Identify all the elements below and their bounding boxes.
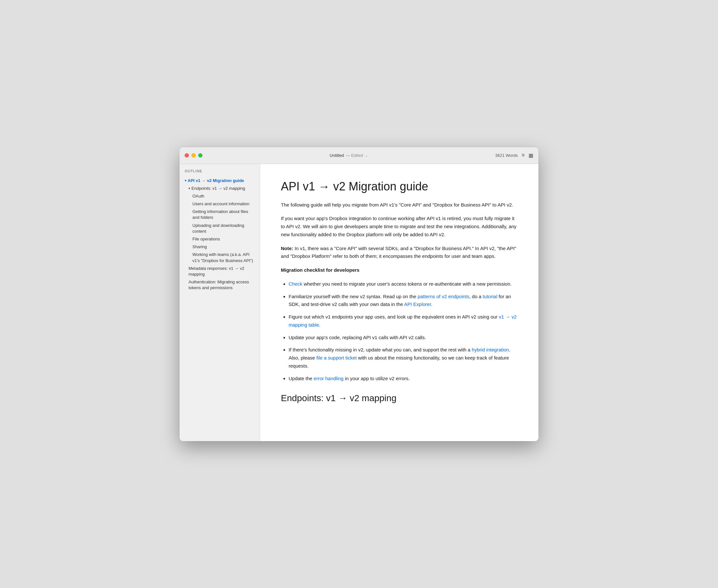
titlebar: Untitled — Edited ⌄ 3621 Words ≡ ▦	[180, 147, 538, 164]
sidebar-item-sharing[interactable]: Sharing	[180, 243, 260, 251]
checklist-list: Check whether you need to migrate your u…	[281, 280, 518, 383]
checklist-heading: Migration checklist for developers	[281, 266, 518, 274]
list-view-icon[interactable]: ≡	[522, 152, 525, 158]
api-explorer-link[interactable]: API Explorer	[404, 301, 431, 307]
app-window: Untitled — Edited ⌄ 3621 Words ≡ ▦ OUTLI…	[180, 147, 538, 441]
sidebar-item-label: Metadata responses: v1 → v2 mapping	[188, 266, 255, 277]
sidebar-item-uploading[interactable]: Uploading and downloading content	[180, 222, 260, 235]
tutorial-link[interactable]: tutorial	[483, 294, 497, 299]
sidebar: OUTLINE ▾ API v1 → v2 Migration guide ▾ …	[180, 164, 260, 441]
document-heading: API v1 → v2 Migration guide	[281, 180, 518, 193]
sidebar-item-endpoints[interactable]: ▾ Endpoints: v1 → v2 mapping	[180, 185, 260, 192]
grid-view-icon[interactable]: ▦	[529, 152, 533, 159]
sidebar-item-label: Getting information about files and fold…	[192, 209, 255, 220]
chevron-down-icon[interactable]: ⌄	[365, 153, 368, 158]
close-button[interactable]	[185, 153, 189, 158]
maximize-button[interactable]	[198, 153, 202, 158]
sidebar-item-users[interactable]: Users and account information	[180, 200, 260, 208]
endpoints-heading: Endpoints: v1 → v2 mapping	[281, 393, 518, 404]
word-count: 3621 Words	[495, 153, 518, 158]
sidebar-item-getting-info[interactable]: Getting information about files and fold…	[180, 208, 260, 222]
sidebar-item-label: Uploading and downloading content	[192, 223, 255, 234]
sidebar-item-label: Endpoints: v1 → v2 mapping	[191, 186, 255, 191]
sidebar-item-label: Working with teams (a.k.a. API v1's "Dro…	[192, 252, 255, 263]
sidebar-item-oauth[interactable]: OAuth	[180, 192, 260, 200]
sidebar-item-authentication[interactable]: Authentication: Migrating access tokens …	[180, 278, 260, 292]
check-link[interactable]: Check	[289, 281, 303, 287]
sidebar-item-label: Users and account information	[192, 201, 255, 207]
traffic-lights	[185, 153, 202, 158]
titlebar-center: Untitled — Edited ⌄	[330, 153, 368, 158]
document-title: Untitled	[330, 153, 344, 158]
error-handling-link[interactable]: error handling	[314, 376, 344, 381]
intro-paragraph-1: The following guide will help you migrat…	[281, 201, 518, 209]
checklist-item-6: Update the error handling in your app to…	[289, 375, 518, 383]
note-text: In v1, there was a "Core API" with sever…	[281, 246, 516, 259]
document-status: — Edited	[346, 153, 363, 158]
sidebar-item-file-ops[interactable]: File operations	[180, 235, 260, 243]
note-paragraph: Note: In v1, there was a "Core API" with…	[281, 245, 518, 261]
sidebar-item-label: API v1 → v2 Migration guide	[188, 178, 255, 184]
document-content: API v1 → v2 Migration guide The followin…	[260, 164, 538, 441]
chevron-icon: ▾	[188, 186, 190, 191]
intro-paragraph-2: If you want your app's Dropbox integrati…	[281, 215, 518, 238]
minimize-button[interactable]	[191, 153, 196, 158]
sidebar-item-label: File operations	[192, 236, 255, 242]
sidebar-item-label: Authentication: Migrating access tokens …	[188, 279, 255, 291]
support-ticket-link[interactable]: file a support ticket	[316, 355, 357, 360]
checklist-item-1: Check whether you need to migrate your u…	[289, 280, 518, 288]
hybrid-integration-link[interactable]: hybrid integration	[472, 347, 509, 352]
checklist-item-2: Familiarize yourself with the new v2 syn…	[289, 293, 518, 309]
sidebar-item-api-guide[interactable]: ▾ API v1 → v2 Migration guide	[180, 177, 260, 185]
titlebar-right: 3621 Words ≡ ▦	[495, 152, 533, 159]
checklist-item-3: Figure out which v1 endpoints your app u…	[289, 313, 518, 329]
sidebar-item-working-teams[interactable]: Working with teams (a.k.a. API v1's "Dro…	[180, 251, 260, 264]
sidebar-item-label: Sharing	[192, 244, 255, 250]
checklist-item-4: Update your app's code, replacing API v1…	[289, 334, 518, 342]
outline-heading: OUTLINE	[180, 169, 260, 177]
checklist-item-5: If there's functionality missing in v2, …	[289, 346, 518, 370]
sidebar-item-metadata[interactable]: Metadata responses: v1 → v2 mapping	[180, 265, 260, 278]
chevron-icon: ▾	[185, 178, 186, 183]
document-body: The following guide will help you migrat…	[281, 201, 518, 404]
main-layout: OUTLINE ▾ API v1 → v2 Migration guide ▾ …	[180, 164, 538, 441]
patterns-link[interactable]: patterns of v2 endpoints	[417, 294, 469, 299]
mapping-table-link[interactable]: v1 → v2 mapping table	[289, 314, 516, 328]
note-label: Note:	[281, 246, 293, 251]
sidebar-item-label: OAuth	[192, 193, 255, 199]
